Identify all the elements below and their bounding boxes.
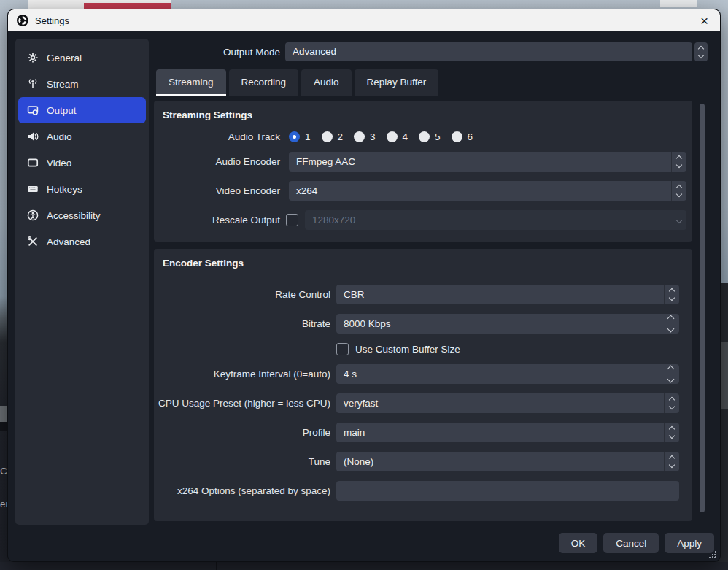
- chevron-up-icon: [669, 288, 675, 294]
- x264-options-input[interactable]: [336, 481, 679, 501]
- audio-track-radio-1[interactable]: [289, 131, 300, 142]
- accessibility-icon: [27, 209, 39, 221]
- encoder-settings-panel: Encoder Settings Rate Control CBR Bitrat…: [154, 249, 692, 521]
- output-icon: [27, 104, 39, 116]
- tune-value: (None): [336, 452, 664, 471]
- sidebar-item-label: Audio: [47, 131, 72, 142]
- radio-label: 6: [468, 131, 473, 142]
- chevron-down-icon: [669, 295, 675, 301]
- chevron-up-icon: [667, 315, 674, 323]
- obs-logo-icon: [17, 15, 28, 26]
- chevron-down-icon: [675, 217, 681, 223]
- audio-track-radio-5[interactable]: [419, 131, 430, 142]
- chevron-down-icon: [667, 326, 674, 333]
- chevron-down-icon: [669, 462, 675, 468]
- rescale-resolution-select[interactable]: 1280x720: [305, 210, 686, 230]
- tune-label: Tune: [154, 456, 330, 467]
- combo-spinner[interactable]: [664, 285, 679, 304]
- combo-spinner[interactable]: [664, 393, 679, 413]
- output-mode-value: Advanced: [285, 42, 692, 61]
- sidebar-item-output[interactable]: Output: [18, 97, 146, 123]
- chevron-down-icon: [676, 191, 682, 197]
- display-icon: [27, 157, 39, 169]
- use-custom-buffer-checkbox[interactable]: [336, 343, 349, 355]
- title-bar[interactable]: Settings ×: [8, 9, 720, 31]
- cpu-preset-row: CPU Usage Preset (higher = less CPU) ver…: [154, 393, 692, 413]
- combo-spinner[interactable]: [671, 181, 686, 201]
- resize-grip[interactable]: [709, 551, 716, 558]
- apply-button[interactable]: Apply: [665, 533, 714, 553]
- streaming-settings-panel: Streaming Settings Audio Track 1 2 3 4 5…: [154, 101, 692, 242]
- tools-icon: [27, 236, 39, 247]
- video-encoder-row: Video Encoder x264: [154, 181, 692, 201]
- sidebar-item-advanced[interactable]: Advanced: [18, 228, 146, 255]
- tab-streaming[interactable]: Streaming: [156, 69, 226, 96]
- audio-encoder-select[interactable]: FFmpeg AAC: [289, 152, 686, 172]
- video-encoder-value: x264: [289, 181, 671, 201]
- background-bottom-bar: [0, 562, 728, 570]
- chevron-up-icon: [698, 45, 704, 51]
- rate-control-select[interactable]: CBR: [336, 285, 679, 304]
- ok-button[interactable]: OK: [559, 533, 598, 553]
- output-mode-select[interactable]: Advanced: [285, 42, 708, 61]
- profile-select[interactable]: main: [336, 423, 679, 442]
- chevron-up-icon: [669, 455, 675, 461]
- keyframe-interval-value: 4 s: [336, 364, 662, 384]
- chevron-up-icon: [676, 185, 682, 190]
- audio-track-radio-3[interactable]: [354, 131, 365, 142]
- rescale-output-checkbox[interactable]: [286, 214, 298, 226]
- combo-spinner[interactable]: [671, 152, 686, 172]
- chevron-up-icon: [676, 155, 682, 161]
- bitrate-spinbox[interactable]: 8000 Kbps: [336, 314, 679, 334]
- close-icon[interactable]: ×: [697, 14, 711, 28]
- tab-audio[interactable]: Audio: [301, 69, 352, 96]
- sidebar-item-accessibility[interactable]: Accessibility: [18, 202, 146, 228]
- scrollbar-thumb[interactable]: [700, 104, 705, 512]
- audio-track-radio-2[interactable]: [322, 131, 333, 142]
- bitrate-label: Bitrate: [154, 318, 330, 329]
- keyframe-interval-spinbox[interactable]: 4 s: [336, 364, 679, 384]
- cpu-preset-select[interactable]: veryfast: [336, 393, 679, 413]
- video-encoder-select[interactable]: x264: [289, 181, 686, 201]
- sidebar-item-label: Video: [47, 158, 71, 169]
- tab-replay-buffer[interactable]: Replay Buffer: [355, 69, 439, 96]
- keyboard-icon: [27, 183, 39, 195]
- x264-options-row: x264 Options (separated by space): [154, 481, 692, 501]
- cpu-preset-value: veryfast: [336, 393, 664, 413]
- chevron-up-icon: [669, 397, 675, 403]
- video-encoder-label: Video Encoder: [154, 185, 280, 196]
- output-mode-row: Output Mode Advanced: [8, 42, 708, 61]
- x264-options-label: x264 Options (separated by space): [154, 485, 330, 496]
- audio-encoder-label: Audio Encoder: [154, 156, 280, 167]
- sidebar-item-stream[interactable]: Stream: [18, 71, 146, 97]
- tune-row: Tune (None): [154, 452, 692, 471]
- spinbox-arrows[interactable]: [662, 314, 679, 334]
- rate-control-row: Rate Control CBR: [154, 285, 692, 304]
- rescale-resolution-value: 1280x720: [305, 210, 671, 230]
- settings-sidebar: General Stream Output: [15, 39, 149, 525]
- cancel-button[interactable]: Cancel: [603, 533, 659, 553]
- tune-select[interactable]: (None): [336, 452, 679, 471]
- dialog-footer: OK Cancel Apply: [559, 533, 714, 553]
- chevron-down-icon: [676, 162, 682, 168]
- chevron-up-icon: [669, 426, 675, 432]
- combo-spinner[interactable]: [664, 423, 679, 442]
- sidebar-item-audio[interactable]: Audio: [18, 123, 146, 150]
- audio-track-radio-4[interactable]: [387, 131, 398, 142]
- profile-label: Profile: [154, 427, 330, 438]
- output-mode-spinner[interactable]: [694, 42, 708, 61]
- speaker-icon: [27, 131, 39, 142]
- spinbox-arrows[interactable]: [662, 364, 679, 384]
- tab-recording[interactable]: Recording: [229, 69, 299, 96]
- use-custom-buffer-label: Use Custom Buffer Size: [355, 344, 460, 355]
- sidebar-item-video[interactable]: Video: [18, 150, 146, 176]
- profile-row: Profile main: [154, 423, 692, 442]
- sidebar-item-hotkeys[interactable]: Hotkeys: [18, 176, 146, 202]
- sidebar-item-label: Advanced: [47, 236, 90, 247]
- combo-dropdown[interactable]: [671, 210, 686, 230]
- radio-label: 5: [435, 131, 441, 142]
- rate-control-label: Rate Control: [154, 289, 330, 300]
- audio-track-radio-6[interactable]: [452, 131, 462, 142]
- chevron-down-icon: [698, 52, 704, 58]
- combo-spinner[interactable]: [664, 452, 679, 471]
